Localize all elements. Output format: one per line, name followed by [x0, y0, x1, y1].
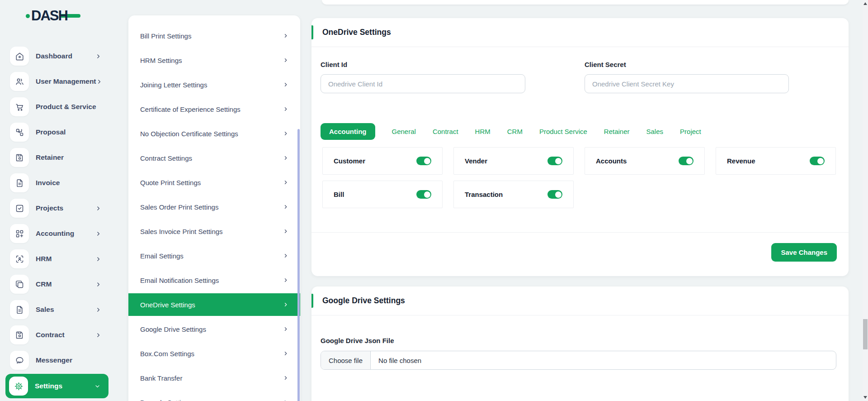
scroll-up-arrow-icon[interactable] [863, 2, 867, 5]
tab-product-service[interactable]: Product Service [539, 128, 587, 135]
chevron-right-icon [95, 53, 101, 59]
settings-nav-item-sales-order-print-settings[interactable]: Sales Order Print Settings [128, 195, 300, 219]
sidebar-item-proposal[interactable]: Proposal [0, 119, 118, 145]
settings-nav-item-label: Bank Transfer [140, 374, 182, 382]
sidebar-item-label: Messenger [36, 356, 72, 364]
chevron-right-icon [283, 253, 288, 258]
chevron-right-icon [283, 326, 288, 332]
settings-nav-item-onedrive-settings[interactable]: OneDrive Settings [128, 293, 300, 316]
file-chosen-status: No file chosen [371, 357, 429, 364]
settings-nav-item-sales-invoice-print-settings[interactable]: Sales Invoice Print Settings [128, 219, 300, 243]
scroll-down-arrow-icon[interactable] [863, 396, 867, 399]
sidebar-item-dashboard[interactable]: Dashboard [0, 43, 118, 69]
page-scrollbar-thumb[interactable] [863, 319, 868, 349]
sidebar-item-invoice[interactable]: Invoice [0, 170, 118, 196]
settings-nav-item-label: Google Drive Settings [140, 325, 206, 333]
settings-nav-item-label: No Objection Certificate Settings [140, 130, 238, 138]
sidebar-item-label: Dashboard [36, 52, 72, 60]
sidebar-nav: DashboardUser ManagementProduct & Servic… [0, 43, 118, 398]
settings-nav-item-label: Email Settings [140, 252, 184, 260]
tab-crm[interactable]: CRM [507, 128, 523, 135]
toggle-switch-bill[interactable] [416, 190, 431, 199]
tab-contract[interactable]: Contract [433, 128, 458, 135]
settings-nav-item-no-objection-certificate-settings[interactable]: No Objection Certificate Settings [128, 121, 300, 146]
page-scrollbar[interactable] [863, 0, 868, 401]
tab-general[interactable]: General [392, 128, 416, 135]
sidebar-item-label: Projects [36, 204, 63, 212]
chevron-right-icon [283, 277, 288, 283]
tab-retainer[interactable]: Retainer [604, 128, 630, 135]
copy-icon [10, 275, 29, 294]
gdrive-title: Google Drive Settings [322, 296, 405, 306]
settings-nav-item-label: HRM Settings [140, 57, 182, 64]
sidebar-item-projects[interactable]: Projects [0, 196, 118, 221]
settings-nav-item-barcode-settings[interactable]: Barcode Settings [128, 390, 300, 401]
sidebar: DASH DashboardUser ManagementProduct & S… [0, 0, 118, 401]
settings-nav-item-email-notification-settings[interactable]: Email Notification Settings [128, 268, 300, 292]
client-secret-label: Client Secret [585, 61, 789, 68]
settings-nav-item-label: Email Notification Settings [140, 277, 219, 284]
client-secret-input[interactable] [585, 74, 789, 93]
settings-nav-item-box-com-settings[interactable]: Box.Com Settings [128, 341, 300, 366]
sidebar-item-sales[interactable]: Sales [0, 297, 118, 322]
sidebar-item-messenger[interactable]: Messenger [0, 348, 118, 373]
google-drive-settings-card: Google Drive Settings Google Drive Json … [311, 286, 849, 401]
tab-hrm[interactable]: HRM [475, 128, 491, 135]
settings-nav-item-contract-settings[interactable]: Contract Settings [128, 146, 300, 170]
toggle-switch-revenue[interactable] [810, 157, 825, 165]
settings-nav-item-bill-print-settings[interactable]: Bill Print Settings [128, 24, 300, 48]
gdrive-file-input[interactable]: Choose file No file chosen [321, 351, 836, 370]
sidebar-item-label: User Management [36, 77, 96, 86]
toggle-switch-accounts[interactable] [679, 157, 693, 165]
chevron-right-icon [283, 229, 288, 234]
client-secret-field: Client Secret [585, 61, 789, 93]
sidebar-item-settings[interactable]: Settings [5, 374, 108, 398]
settings-nav-item-label: Bill Print Settings [140, 32, 191, 40]
settings-nav-item-joining-letter-settings[interactable]: Joining Letter Settings [128, 72, 300, 97]
settings-panel-scrollbar-thumb[interactable] [297, 129, 300, 401]
toggle-switch-customer[interactable] [416, 157, 431, 165]
brand-logo[interactable]: DASH [26, 6, 80, 25]
toggle-card-bill: Bill [322, 181, 443, 208]
sidebar-item-retainer[interactable]: Retainer [0, 145, 118, 170]
sidebar-item-hrm[interactable]: HRM [0, 246, 118, 272]
toggle-switch-vender[interactable] [547, 157, 562, 165]
brand-name: DASH [31, 8, 67, 24]
sidebar-item-label: Proposal [36, 128, 66, 136]
switch-knob [686, 158, 693, 164]
settings-nav-item-hrm-settings[interactable]: HRM Settings [128, 48, 300, 72]
chevron-right-icon [283, 302, 288, 307]
toggle-label: Revenue [727, 157, 755, 165]
tab-sales[interactable]: Sales [646, 128, 664, 135]
sidebar-item-user-management[interactable]: User Management [0, 69, 118, 94]
sidebar-item-label: Accounting [36, 229, 74, 238]
settings-nav-item-quote-print-settings[interactable]: Quote Print Settings [128, 170, 300, 195]
toggle-switch-transaction[interactable] [547, 190, 562, 199]
tab-accounting[interactable]: Accounting [321, 123, 375, 140]
sidebar-item-contract[interactable]: Contract [0, 322, 118, 348]
save-changes-button[interactable]: Save Changes [771, 243, 837, 262]
toggle-label: Transaction [465, 191, 503, 198]
chevron-right-icon [95, 282, 101, 287]
sidebar-item-product-service[interactable]: Product & Service [0, 94, 118, 119]
toggle-label: Customer [334, 157, 365, 165]
gdrive-json-file-label: Google Drive Json File [321, 337, 840, 344]
chevron-right-icon [95, 205, 101, 211]
toggle-label: Accounts [596, 157, 627, 165]
chevron-right-icon [95, 231, 101, 237]
settings-nav-item-certificate-of-experience-settings[interactable]: Certificate of Experience Settings [128, 97, 300, 121]
client-id-input[interactable] [321, 74, 525, 93]
sidebar-item-accounting[interactable]: Accounting [0, 221, 118, 246]
settings-nav-item-google-drive-settings[interactable]: Google Drive Settings [128, 317, 300, 341]
toggle-label: Vender [465, 157, 487, 165]
settings-nav-item-label: Quote Print Settings [140, 179, 201, 186]
tab-project[interactable]: Project [680, 128, 701, 135]
chevron-right-icon [283, 180, 288, 185]
toggle-card-transaction: Transaction [453, 181, 574, 208]
choose-file-button[interactable]: Choose file [321, 351, 371, 369]
sidebar-item-crm[interactable]: CRM [0, 272, 118, 297]
settings-nav-item-email-settings[interactable]: Email Settings [128, 243, 300, 268]
logo-dot-icon [26, 14, 30, 18]
settings-nav-item-bank-transfer[interactable]: Bank Transfer [128, 366, 300, 390]
toggle-label: Bill [334, 191, 344, 198]
